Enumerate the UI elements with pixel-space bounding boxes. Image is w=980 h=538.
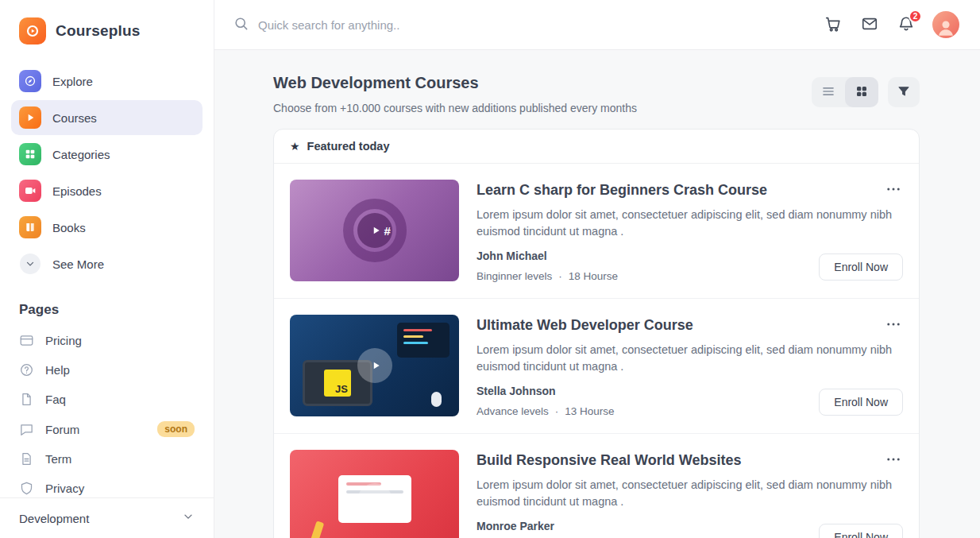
page-item-label: Term — [45, 452, 71, 466]
sidebar-item-episodes[interactable]: Episodes — [11, 173, 203, 208]
thumbnail-label: # — [384, 224, 391, 238]
notification-badge: 2 — [909, 10, 922, 23]
brand-logo-icon — [19, 17, 46, 45]
sidebar-item-faq[interactable]: Faq — [0, 385, 214, 414]
soon-badge: soon — [157, 421, 195, 437]
course-thumbnail[interactable]: JS — [290, 315, 459, 416]
credit-card-icon — [19, 333, 34, 348]
page-title: Web Development Courses — [273, 74, 637, 92]
code-editor-illustration — [397, 323, 449, 358]
sidebar-item-courses[interactable]: Courses — [11, 100, 203, 135]
sidebar-item-pricing[interactable]: Pricing — [0, 326, 214, 355]
app-window: Courseplus Explore Courses Categories — [0, 0, 980, 538]
course-thumbnail[interactable]: # — [290, 180, 459, 281]
view-toggle — [812, 77, 878, 107]
sidebar-item-help[interactable]: Help — [0, 355, 214, 385]
page-header: Web Development Courses Choose from +10.… — [273, 74, 920, 114]
sidebar-nav: Explore Courses Categories Episodes — [0, 64, 214, 281]
more-options-button[interactable] — [884, 315, 903, 336]
shield-icon — [19, 481, 34, 496]
kebab-menu-icon — [885, 451, 901, 467]
chat-icon — [19, 422, 34, 437]
topbar-actions: 2 — [823, 11, 959, 38]
play-icon — [19, 106, 41, 129]
course-card: Build Responsive Real World Websites Lor… — [274, 434, 919, 538]
sidebar-item-development[interactable]: Development — [0, 497, 214, 538]
file-icon — [19, 451, 34, 466]
cart-icon — [824, 15, 842, 35]
course-title[interactable]: Ultimate Web Developer Course — [476, 317, 903, 334]
sidebar-item-label: Episodes — [52, 184, 102, 198]
sidebar-item-forum[interactable]: Forum soon — [0, 414, 214, 444]
search-icon — [233, 16, 249, 34]
page-item-label: Faq — [45, 393, 66, 406]
course-description: Lorem ipsum dolor sit amet, consectetuer… — [476, 342, 903, 375]
play-icon — [357, 483, 392, 518]
featured-panel-header: ★ Featured today — [274, 130, 919, 164]
development-label: Development — [19, 512, 89, 525]
filter-icon — [897, 84, 911, 101]
meta-separator: · — [558, 270, 562, 282]
more-options-button[interactable] — [884, 450, 903, 471]
video-icon — [19, 180, 41, 202]
mouse-illustration — [431, 392, 442, 407]
filter-button[interactable] — [888, 77, 920, 107]
play-icon — [357, 348, 392, 383]
page-header-text: Web Development Courses Choose from +10.… — [273, 74, 637, 114]
enroll-button[interactable]: Enroll Now — [819, 389, 903, 416]
search — [233, 16, 575, 34]
kebab-menu-icon — [885, 181, 901, 197]
sidebar-item-term[interactable]: Term — [0, 444, 214, 474]
mail-icon — [861, 15, 878, 35]
content-column: 2 Web Development Courses Choose from +1… — [214, 0, 980, 538]
book-icon — [19, 216, 41, 238]
sidebar-item-label: Explore — [52, 75, 93, 88]
search-input[interactable] — [257, 17, 575, 33]
chevron-down-icon — [182, 510, 195, 526]
course-level: Binginner levels — [476, 270, 552, 282]
sidebar-item-see-more[interactable]: See More — [11, 246, 203, 281]
avatar[interactable] — [932, 11, 959, 38]
course-description: Lorem ipsum dolor sit amet, consectetuer… — [476, 207, 903, 240]
course-thumbnail[interactable] — [290, 450, 459, 538]
javascript-logo: JS — [324, 370, 351, 397]
brand-name: Courseplus — [56, 22, 141, 40]
course-title[interactable]: Learn C sharp for Beginners Crash Course — [476, 182, 903, 199]
course-level: Advance levels — [476, 405, 549, 417]
notifications-button[interactable]: 2 — [896, 14, 916, 35]
course-card: # Learn C sharp for Beginners Crash Cour… — [274, 164, 919, 299]
course-description: Lorem ipsum dolor sit amet, consectetuer… — [476, 477, 903, 510]
list-view-icon — [821, 84, 835, 101]
cart-button[interactable] — [823, 14, 843, 35]
grid-view-icon — [855, 84, 869, 101]
mail-button[interactable] — [859, 14, 880, 35]
list-view-button[interactable] — [812, 77, 845, 107]
sidebar-item-categories[interactable]: Categories — [11, 137, 203, 172]
course-title[interactable]: Build Responsive Real World Websites — [476, 452, 903, 469]
sidebar-item-explore[interactable]: Explore — [11, 64, 203, 99]
sidebar-item-label: See More — [52, 257, 104, 271]
compass-icon — [19, 70, 41, 92]
sidebar-item-books[interactable]: Books — [11, 210, 203, 245]
sidebar: Courseplus Explore Courses Categories — [0, 0, 214, 538]
star-icon: ★ — [290, 141, 300, 152]
course-duration: 13 Hourse — [565, 405, 614, 417]
brand[interactable]: Courseplus — [0, 0, 214, 64]
course-card-body: Learn C sharp for Beginners Crash Course… — [476, 180, 903, 282]
main-content: Web Development Courses Choose from +10.… — [214, 50, 980, 538]
featured-panel: ★ Featured today # Learn C sharp for Beg… — [273, 129, 920, 538]
sidebar-item-label: Categories — [52, 148, 110, 161]
page-subtitle: Choose from +10.000 courses with new add… — [273, 102, 637, 114]
course-card-body: Ultimate Web Developer Course Lorem ipsu… — [476, 315, 903, 417]
course-duration: 18 Hourse — [569, 270, 618, 282]
kebab-menu-icon — [885, 316, 901, 332]
user-icon — [936, 17, 956, 37]
chevron-down-icon — [20, 254, 41, 274]
enroll-button[interactable]: Enroll Now — [819, 254, 903, 281]
featured-label: Featured today — [307, 140, 390, 153]
topbar: 2 — [214, 0, 980, 50]
grid-view-button[interactable] — [845, 77, 878, 107]
document-icon — [19, 392, 34, 407]
enroll-button[interactable]: Enroll Now — [819, 524, 903, 538]
more-options-button[interactable] — [884, 180, 903, 201]
